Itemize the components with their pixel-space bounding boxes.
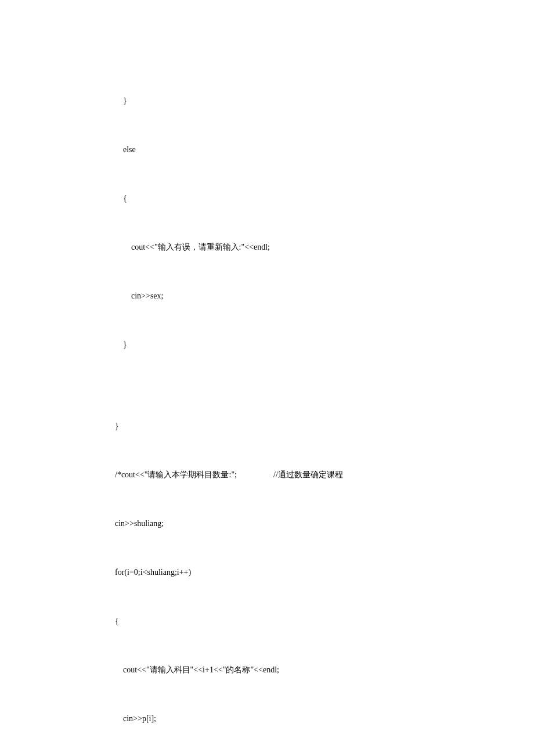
code-line: /*cout<<"请输入本学期科目数量:"; //通过数量确定课程 <box>99 467 534 483</box>
code-line: { <box>99 190 534 207</box>
code-line: else <box>99 142 534 158</box>
code-line: cout<<"输入有误，请重新输入:"<<endl; <box>99 239 534 255</box>
code-line: } <box>99 418 534 434</box>
code-line: cout<<"请输入科目"<<i+1<<"的名称"<<endl; <box>99 662 534 678</box>
code-line: } <box>99 337 534 353</box>
code-line: cin>>shuliang; <box>99 516 534 532</box>
code-line: cin>>p[i]; <box>99 711 534 727</box>
document-page: } else { cout<<"输入有误，请重新输入:"<<endl; cin>… <box>0 0 534 756</box>
code-line: cin>>sex; <box>99 288 534 304</box>
code-line: for(i=0;i<shuliang;i++) <box>99 564 534 581</box>
code-line: { <box>99 613 534 629</box>
code-line: } <box>99 93 534 109</box>
code-block: } else { cout<<"输入有误，请重新输入:"<<endl; cin>… <box>0 60 534 756</box>
